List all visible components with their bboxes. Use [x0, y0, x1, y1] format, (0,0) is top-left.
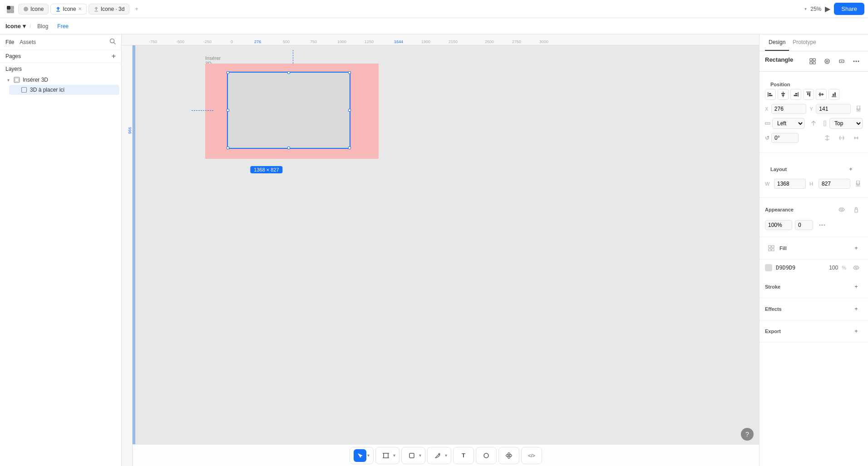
share-button[interactable]: Share — [834, 3, 864, 15]
svg-point-73 — [824, 225, 825, 226]
svg-rect-75 — [772, 245, 774, 248]
layout-add-button[interactable]: + — [844, 163, 857, 176]
rotation-input[interactable] — [771, 133, 799, 143]
add-tab-button[interactable]: + — [131, 4, 142, 14]
svg-rect-2 — [10, 6, 14, 10]
zoom-level[interactable]: 25% — [810, 6, 821, 12]
export-section: Export + — [760, 320, 868, 343]
constraint-icon-btn[interactable] — [835, 55, 848, 68]
sidebar-tab-assets[interactable]: Assets — [20, 39, 36, 45]
ruler-tick: 2500 — [485, 39, 494, 45]
help-button[interactable]: ? — [741, 428, 754, 441]
tool-dropdown-arrow[interactable]: ▾ — [367, 453, 370, 458]
close-tab-icon[interactable]: ✕ — [78, 6, 82, 11]
align-right-button[interactable] — [790, 89, 801, 100]
constrain-size-button[interactable] — [854, 177, 862, 190]
align-distribute-button[interactable] — [850, 132, 863, 144]
svg-point-56 — [858, 110, 859, 111]
layer-item-3d[interactable]: 3D à placer ici — [9, 85, 119, 95]
svg-rect-36 — [768, 92, 769, 97]
target-icon-btn[interactable] — [821, 55, 833, 68]
ruler-tick-active: 276 — [254, 39, 261, 45]
constraint-h-select[interactable]: LeftRightCenterScale — [772, 118, 804, 129]
flip-h-button[interactable] — [821, 132, 833, 144]
spacer — [13, 87, 18, 93]
pen-dropdown[interactable]: ▾ — [445, 453, 447, 458]
ruler-tick: -500 — [176, 39, 184, 45]
code-tool-button[interactable]: </> — [525, 449, 538, 462]
fill-color-swatch[interactable] — [765, 264, 772, 271]
constrain-proportions-button[interactable] — [808, 118, 819, 129]
more-icon-btn[interactable] — [850, 55, 863, 68]
appearance-more-button[interactable] — [816, 219, 829, 231]
appearance-lock-button[interactable] — [850, 203, 863, 216]
inner-rect-selected[interactable] — [227, 72, 350, 149]
fill-eye-button[interactable] — [850, 261, 863, 274]
effects-add-button[interactable]: + — [850, 303, 863, 315]
tab-icone-active[interactable]: Icone ✕ — [50, 4, 86, 15]
handle-ml[interactable] — [227, 109, 229, 112]
handle-bm[interactable] — [287, 147, 290, 149]
home-icon[interactable] — [4, 3, 16, 15]
shapes-dropdown[interactable]: ▾ — [419, 453, 421, 458]
fill-add-button[interactable]: + — [850, 242, 863, 255]
breadcrumb-blog[interactable]: Blog — [35, 22, 51, 30]
handle-bl[interactable] — [227, 147, 229, 149]
handle-tm[interactable] — [287, 71, 290, 74]
project-name[interactable]: Icone ▾ — [5, 23, 26, 29]
breadcrumb-free[interactable]: Free — [54, 22, 71, 30]
select-tool-button[interactable] — [354, 449, 366, 462]
layer-list: ▾ Insérer 3D 3D à placer ici — [0, 75, 121, 95]
constraint-v-select[interactable]: TopBottomCenterScale — [829, 118, 863, 129]
handle-mr[interactable] — [348, 109, 351, 112]
handle-tl[interactable] — [227, 71, 229, 74]
add-page-button[interactable]: + — [112, 53, 116, 60]
frame-tool-dropdown[interactable]: ▾ — [393, 453, 395, 458]
tab-design[interactable]: Design — [765, 34, 789, 51]
fill-grid-icon[interactable] — [765, 242, 778, 255]
ellipse-tool-button[interactable] — [480, 449, 493, 462]
align-left-button[interactable] — [765, 89, 776, 100]
tab-icone-home[interactable]: Icone — [18, 4, 49, 15]
right-panel: Design Prototype Rectangle — [759, 34, 868, 466]
y-input[interactable] — [816, 104, 851, 114]
flip-v-button[interactable] — [835, 132, 848, 144]
fill-opacity[interactable]: 100 — [829, 265, 838, 271]
outer-frame[interactable]: 1368 × 827 — [205, 64, 379, 159]
opacity-input[interactable] — [765, 220, 792, 230]
layer-item-inserer3d[interactable]: ▾ Insérer 3D — [2, 75, 119, 85]
rect-tool-button[interactable] — [405, 449, 418, 462]
frame-tool-button[interactable] — [380, 449, 392, 462]
align-center-v-button[interactable] — [816, 89, 827, 100]
pen-tool-button[interactable] — [431, 449, 444, 462]
export-add-button[interactable]: + — [850, 325, 863, 338]
align-bottom-button[interactable] — [829, 89, 839, 100]
stroke-add-button[interactable]: + — [850, 280, 863, 293]
tab-icone-3d[interactable]: Icone · 3d — [89, 4, 130, 15]
right-panel-tabs: Design Prototype — [760, 34, 868, 51]
grid-icon-btn[interactable] — [806, 55, 819, 68]
canvas-area[interactable]: -750 -500 -250 0 276 500 750 1000 1250 1… — [122, 34, 759, 466]
handle-tr[interactable] — [348, 71, 351, 74]
svg-rect-23 — [508, 456, 510, 459]
align-center-h-button[interactable] — [778, 89, 789, 100]
search-icon[interactable] — [109, 38, 116, 46]
svg-point-18 — [439, 453, 440, 455]
appearance-eye-button[interactable] — [835, 203, 848, 216]
corner-input[interactable] — [795, 220, 813, 230]
play-button[interactable]: ▶ — [825, 5, 830, 13]
handle-br[interactable] — [348, 147, 351, 149]
position-extra-icon[interactable] — [854, 103, 863, 115]
x-input[interactable] — [771, 104, 806, 114]
tab-prototype[interactable]: Prototype — [789, 34, 819, 51]
chevron-down-icon[interactable]: ▾ — [804, 6, 807, 11]
constraint-row: LeftRightCenterScale TopBottomCenterScal… — [765, 118, 863, 129]
ruler-vertical: 966 — [122, 45, 133, 466]
width-input[interactable] — [774, 179, 806, 189]
height-input[interactable] — [819, 179, 850, 189]
top-bar: Icone Icone ✕ Icone · 3d + ▾ 25% ▶ Share — [0, 0, 868, 18]
align-top-button[interactable] — [803, 89, 814, 100]
sidebar-tab-file[interactable]: File — [5, 39, 14, 45]
component-tool-button[interactable] — [503, 449, 515, 462]
text-tool-button[interactable]: T — [457, 449, 470, 462]
